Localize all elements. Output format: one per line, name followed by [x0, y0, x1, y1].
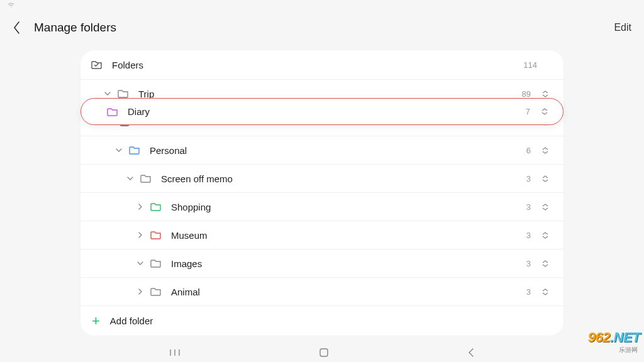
chevron-right-icon[interactable]	[135, 288, 146, 295]
reorder-handle[interactable]	[541, 108, 548, 115]
folder-row-images[interactable]: Images 3	[80, 249, 564, 277]
folder-label: Animal	[171, 287, 526, 297]
chevron-down-icon[interactable]	[135, 261, 146, 266]
nav-recents-button[interactable]	[169, 348, 180, 357]
chevron-right-icon[interactable]	[135, 204, 146, 210]
folder-label: Images	[171, 258, 526, 269]
folder-row-museum[interactable]: Museum 3	[80, 221, 564, 249]
watermark-text: 乐游网	[619, 346, 638, 354]
folder-label: Personal	[150, 145, 526, 156]
page-title: Manage folders	[34, 21, 116, 35]
folder-count: 89	[522, 89, 531, 99]
dragging-folder-diary[interactable]: Diary 7	[80, 98, 564, 125]
folder-icon	[140, 174, 152, 183]
folder-row-animal[interactable]: Animal 3	[80, 277, 564, 305]
plus-icon: +	[92, 313, 100, 329]
chevron-down-icon[interactable]	[102, 92, 113, 96]
add-folder-button[interactable]: + Add folder	[80, 305, 564, 336]
svg-rect-3	[320, 349, 328, 356]
folder-label: Diary	[128, 106, 526, 117]
folder-count: 3	[526, 287, 531, 297]
folder-root-icon	[91, 60, 103, 69]
folder-label: Trip	[138, 89, 522, 99]
reorder-handle[interactable]	[542, 147, 548, 154]
folder-count: 6	[526, 146, 531, 155]
watermark-logo: 962.NET	[588, 329, 640, 346]
nav-home-button[interactable]	[319, 348, 329, 358]
folder-count: 3	[526, 259, 531, 268]
reorder-handle[interactable]	[542, 90, 548, 97]
folder-label: Screen off memo	[161, 173, 526, 184]
folder-count: 3	[526, 202, 531, 212]
folder-icon	[150, 202, 162, 211]
folder-icon	[150, 259, 162, 268]
back-button[interactable]	[10, 18, 24, 37]
folder-icon	[150, 231, 162, 239]
reorder-handle[interactable]	[542, 288, 548, 295]
folder-icon	[150, 287, 162, 296]
folder-row-personal[interactable]: Personal 6	[80, 136, 564, 164]
chevron-down-icon[interactable]	[125, 177, 136, 181]
reorder-handle[interactable]	[542, 232, 548, 239]
folder-count: 3	[526, 231, 531, 240]
reorder-handle[interactable]	[542, 175, 548, 182]
chevron-right-icon[interactable]	[135, 232, 146, 238]
folder-row-screenoff[interactable]: Screen off memo 3	[80, 164, 564, 192]
app-header: Manage folders Edit	[0, 10, 644, 45]
folder-icon	[128, 146, 141, 155]
wifi-icon	[8, 1, 15, 9]
nav-back-button[interactable]	[467, 348, 475, 358]
folder-list-card: Folders 114 Trip 89 7 Personal 6 Screen …	[80, 50, 564, 336]
folder-label: Museum	[171, 230, 526, 241]
edit-button[interactable]: Edit	[611, 18, 634, 37]
system-nav-bar	[0, 343, 644, 362]
folder-icon	[117, 89, 130, 98]
reorder-handle[interactable]	[542, 204, 548, 211]
folder-icon	[106, 107, 119, 116]
root-folder-row[interactable]: Folders 114	[80, 50, 564, 79]
folder-count: 7	[526, 107, 530, 116]
folder-count: 3	[526, 174, 531, 184]
reorder-handle[interactable]	[542, 260, 548, 267]
status-bar	[0, 0, 644, 10]
add-folder-label: Add folder	[110, 315, 153, 326]
chevron-down-icon[interactable]	[113, 148, 125, 153]
folder-count: 114	[523, 60, 537, 70]
folder-label: Folders	[112, 60, 523, 70]
folder-row-shopping[interactable]: Shopping 3	[80, 192, 564, 221]
folder-label: Shopping	[171, 202, 526, 212]
